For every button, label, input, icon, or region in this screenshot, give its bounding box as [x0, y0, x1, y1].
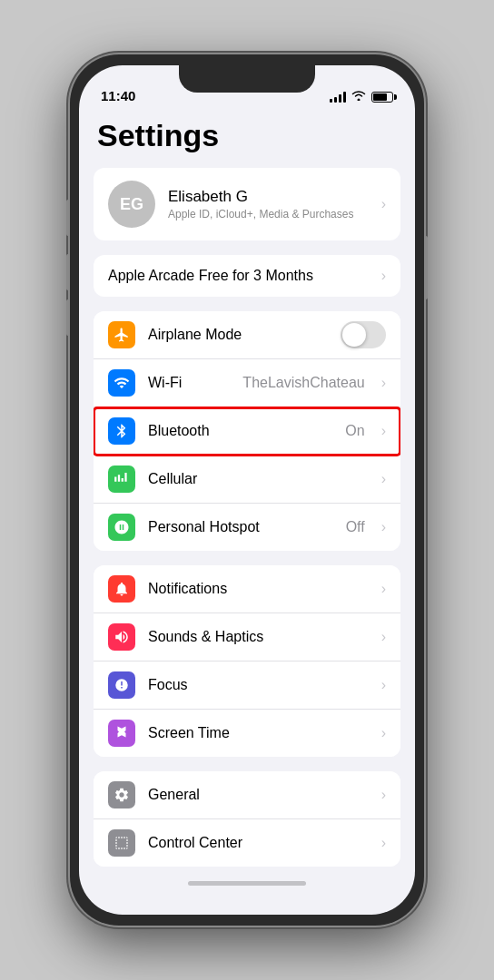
general-icon: [108, 781, 135, 808]
network-section: Airplane Mode Wi-Fi TheLavishChateau ›: [94, 311, 400, 551]
screentime-row[interactable]: Screen Time ›: [94, 710, 400, 757]
focus-icon: [108, 671, 135, 699]
status-time: 11:40: [101, 88, 135, 103]
focus-row[interactable]: Focus ›: [94, 662, 400, 710]
control-center-row[interactable]: Control Center ›: [94, 819, 400, 867]
hotspot-icon: [108, 514, 135, 541]
bluetooth-row[interactable]: Bluetooth On ›: [94, 407, 400, 456]
wifi-row[interactable]: Wi-Fi TheLavishChateau ›: [94, 359, 400, 407]
bluetooth-label: Bluetooth: [148, 423, 332, 439]
phone-screen: 11:40: [79, 65, 415, 915]
airplane-toggle[interactable]: [341, 321, 386, 348]
profile-subtitle: Apple ID, iCloud+, Media & Purchases: [168, 208, 369, 220]
promo-card: Apple Arcade Free for 3 Months ›: [94, 255, 400, 297]
focus-label: Focus: [148, 677, 369, 693]
battery-icon: [371, 92, 393, 103]
notifications-icon: [108, 575, 135, 603]
control-center-icon: [108, 829, 135, 857]
bluetooth-icon: [108, 417, 135, 445]
general-row[interactable]: General ›: [94, 771, 400, 819]
wifi-status-icon: [351, 90, 366, 103]
screentime-label: Screen Time: [148, 725, 369, 741]
profile-name: Elisabeth G: [168, 188, 369, 206]
cellular-label: Cellular: [148, 471, 369, 487]
general-label: General: [148, 787, 369, 803]
profile-info: Elisabeth G Apple ID, iCloud+, Media & P…: [168, 188, 369, 220]
control-center-chevron-icon: ›: [381, 835, 386, 851]
sounds-label: Sounds & Haptics: [148, 629, 369, 645]
promo-label: Apple Arcade Free for 3 Months: [108, 268, 313, 284]
airplane-mode-row[interactable]: Airplane Mode: [94, 311, 400, 359]
promo-row[interactable]: Apple Arcade Free for 3 Months ›: [94, 255, 400, 297]
screentime-icon: [108, 720, 135, 747]
notifications-row[interactable]: Notifications ›: [94, 565, 400, 613]
hotspot-label: Personal Hotspot: [148, 519, 333, 535]
home-indicator: [188, 881, 306, 886]
general-chevron-icon: ›: [381, 787, 386, 803]
notifications-chevron-icon: ›: [381, 581, 386, 597]
signal-icon: [330, 92, 346, 103]
wifi-label: Wi-Fi: [148, 375, 230, 391]
settings-content: Settings EG Elisabeth G Apple ID, iCloud…: [79, 111, 415, 915]
wifi-chevron-icon: ›: [381, 375, 386, 391]
screentime-chevron-icon: ›: [381, 725, 386, 741]
sounds-chevron-icon: ›: [381, 629, 386, 645]
notifications-section: Notifications › Sounds & Haptics ›: [94, 565, 400, 757]
bluetooth-chevron-icon: ›: [381, 423, 386, 439]
sounds-row[interactable]: Sounds & Haptics ›: [94, 613, 400, 662]
avatar: EG: [108, 181, 155, 228]
airplane-label: Airplane Mode: [148, 327, 328, 343]
promo-chevron-icon: ›: [381, 268, 386, 284]
sounds-icon: [108, 623, 135, 651]
wifi-icon: [108, 369, 135, 397]
profile-row[interactable]: EG Elisabeth G Apple ID, iCloud+, Media …: [94, 168, 400, 240]
profile-card: EG Elisabeth G Apple ID, iCloud+, Media …: [94, 168, 400, 240]
page-title: Settings: [97, 118, 400, 153]
general-section: General › Control Center ›: [94, 771, 400, 867]
hotspot-chevron-icon: ›: [381, 519, 386, 535]
cellular-row[interactable]: Cellular ›: [94, 456, 400, 504]
hotspot-value: Off: [346, 519, 365, 535]
cellular-chevron-icon: ›: [381, 471, 386, 487]
focus-chevron-icon: ›: [381, 677, 386, 693]
notch: [179, 65, 315, 93]
status-icons: [330, 90, 393, 103]
hotspot-row[interactable]: Personal Hotspot Off ›: [94, 504, 400, 551]
cellular-icon: [108, 466, 135, 493]
bluetooth-value: On: [345, 423, 364, 439]
wifi-value: TheLavishChateau: [242, 375, 364, 391]
chevron-icon: ›: [381, 196, 386, 212]
notifications-label: Notifications: [148, 581, 369, 597]
control-center-label: Control Center: [148, 835, 369, 851]
phone-device: 11:40: [70, 54, 424, 926]
airplane-icon: [108, 321, 135, 348]
